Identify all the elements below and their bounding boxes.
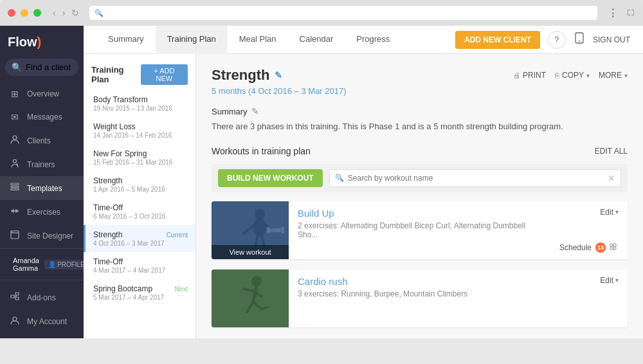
expand-icon[interactable] <box>626 8 635 17</box>
address-bar[interactable]: 🔍 <box>89 6 597 20</box>
tab-summary[interactable]: Summary <box>96 26 156 54</box>
device-icon[interactable] <box>574 32 585 47</box>
sidebar-item-trainers[interactable]: Trainers <box>0 152 84 176</box>
view-workout-overlay-build-up[interactable]: View workout <box>212 245 289 259</box>
search-workout[interactable]: 🔍 ✕ <box>329 169 621 187</box>
edit-dropdown-arrow: ▾ <box>615 208 619 215</box>
sidebar-item-label: Messages <box>27 113 62 122</box>
plan-item-time-off-1[interactable]: Time-Off 6 May 2016 – 3 Oct 2016 <box>84 198 195 225</box>
summary-label: Summary ✎ <box>212 106 628 116</box>
workout-actions-build-up: Edit ▾ Schedule 13 <box>550 201 628 259</box>
workout-edit-btn-build-up[interactable]: Edit ▾ <box>600 208 619 217</box>
print-btn[interactable]: 🖨 PRINT <box>513 71 546 80</box>
sidebar-item-my-account[interactable]: My Account <box>0 309 84 333</box>
workout-name-build-up[interactable]: Build Up <box>298 208 541 219</box>
add-new-plan-btn[interactable]: + ADD NEW <box>141 64 188 85</box>
search-workout-input[interactable] <box>348 174 604 183</box>
signout-btn[interactable]: SIGN OUT <box>593 35 630 44</box>
workout-info-build-up: Build Up 2 exercises: Alternating Dumbbe… <box>289 201 550 259</box>
schedule-badge-build-up: 13 <box>595 242 606 253</box>
svg-point-0 <box>13 136 17 140</box>
help-btn[interactable]: ? <box>548 31 566 49</box>
my-account-icon <box>9 316 21 327</box>
detail-actions: 🖨 PRINT ⎘ COPY ▾ MORE ▾ <box>513 71 628 80</box>
sidebar-item-messages[interactable]: ✉ Messages <box>0 105 84 129</box>
plan-item-strength-1[interactable]: Strength 1 Apr 2016 – 5 May 2016 <box>84 171 195 198</box>
workout-name-cardio-rush[interactable]: Cardio rush <box>298 276 582 287</box>
plan-item-new-for-spring[interactable]: New For Spring 15 Feb 2016 – 31 Mar 2016 <box>84 144 195 171</box>
nav-forward-btn[interactable]: › <box>62 8 66 18</box>
find-client-btn[interactable]: 🔍 Find a client <box>5 59 78 76</box>
print-icon: 🖨 <box>513 71 520 79</box>
nav-back-btn[interactable]: ‹ <box>53 8 56 18</box>
sidebar-item-site-designer[interactable]: Site Designer <box>0 224 84 248</box>
detail-dates: 5 months (4 Oct 2016 – 3 Mar 2017) <box>212 86 628 96</box>
sidebar-item-clients[interactable]: Clients <box>0 129 84 152</box>
copy-icon: ⎘ <box>555 71 559 79</box>
workout-thumbnail-cardio-rush <box>212 269 289 327</box>
workout-card-cardio-rush: Cardio rush 3 exercises: Running, Burpee… <box>212 269 628 327</box>
overview-icon: ⊞ <box>9 89 21 99</box>
plan-list-header: Training Plan + ADD NEW <box>84 59 195 90</box>
plan-item-time-off-2[interactable]: Time-Off 4 Mar 2017 – 4 Mar 2017 <box>84 252 195 279</box>
exercises-icon <box>9 206 21 217</box>
browser-dot-green[interactable] <box>33 9 41 17</box>
tab-training-plan[interactable]: Training Plan <box>156 26 228 54</box>
copy-btn[interactable]: ⎘ COPY ▾ <box>555 71 590 80</box>
plan-item-spring-bootcamp[interactable]: Spring Bootcamp Next 5 Mar 2017 – 4 Apr … <box>84 279 195 306</box>
tab-progress[interactable]: Progress <box>345 26 401 54</box>
browser-dot-yellow[interactable] <box>21 9 28 17</box>
sidebar-item-add-ons[interactable]: Add-ons <box>0 286 84 309</box>
sidebar-item-exercises[interactable]: Exercises <box>0 200 84 224</box>
summary-text: There are 3 phases in this training. Thi… <box>212 120 628 133</box>
add-new-client-btn[interactable]: ADD NEW CLIENT <box>455 31 540 49</box>
plan-list: Training Plan + ADD NEW Body Transform 1… <box>84 54 196 338</box>
svg-rect-4 <box>11 189 19 190</box>
svg-point-15 <box>579 41 580 42</box>
browser-dot-red[interactable] <box>8 9 15 17</box>
workouts-toolbar: BUILD NEW WORKOUT 🔍 ✕ <box>212 164 628 192</box>
sidebar-item-label: Trainers <box>27 160 55 169</box>
tab-meal-plan[interactable]: Meal Plan <box>228 26 288 54</box>
edit-all-btn[interactable]: EDIT ALL <box>595 147 628 156</box>
build-workout-btn[interactable]: BUILD NEW WORKOUT <box>218 169 323 187</box>
schedule-grid-icon <box>610 243 619 252</box>
summary-edit-icon[interactable]: ✎ <box>251 106 259 116</box>
sidebar-item-overview[interactable]: ⊞ Overview <box>0 82 84 105</box>
plan-list-title: Training Plan <box>91 65 141 84</box>
sidebar-logo: Flow) <box>0 26 84 59</box>
svg-point-1 <box>14 159 17 163</box>
messages-icon: ✉ <box>9 112 21 122</box>
svg-rect-10 <box>11 295 14 298</box>
sidebar-item-templates[interactable]: Templates <box>0 176 84 200</box>
templates-icon <box>9 183 21 194</box>
plan-item-strength-current[interactable]: Strength Current 4 Oct 2016 – 3 Mar 2017 <box>84 225 195 252</box>
sidebar-item-label: Site Designer <box>27 232 73 241</box>
trainers-icon <box>9 159 21 170</box>
sidebar-item-label: Add-ons <box>27 293 56 302</box>
summary-section: Summary ✎ There are 3 phases in this tra… <box>212 106 628 133</box>
plan-item-weight-loss[interactable]: Weight Loss 14 Jan 2016 – 14 Feb 2016 <box>84 117 195 144</box>
plan-item-body-transform[interactable]: Body Transform 19 Nov 2015 – 13 Jan 2016 <box>84 90 195 117</box>
logo-text: Flow) <box>8 35 41 50</box>
workouts-header: Workouts in training plan EDIT ALL <box>212 146 628 156</box>
browser-menu-btn[interactable]: ⋮ <box>608 7 619 19</box>
workout-edit-btn-cardio-rush[interactable]: Edit ▾ <box>600 276 619 285</box>
tab-calendar[interactable]: Calendar <box>288 26 345 54</box>
sidebar-item-label: Overview <box>27 89 59 98</box>
svg-rect-25 <box>281 227 284 233</box>
sidebar-item-label: Clients <box>27 136 51 145</box>
top-nav: Summary Training Plan Meal Plan Calendar… <box>84 26 643 54</box>
title-edit-icon[interactable]: ✎ <box>275 70 282 80</box>
workouts-title: Workouts in training plan <box>212 146 311 156</box>
search-clear-icon[interactable]: ✕ <box>608 173 615 183</box>
profile-btn[interactable]: 👤 PROFILE <box>44 260 89 269</box>
workout-schedule-build-up[interactable]: Schedule 13 <box>559 242 619 253</box>
nav-refresh-btn[interactable]: ↻ <box>71 8 79 18</box>
find-client-label: Find a client <box>26 62 71 72</box>
add-ons-icon <box>9 292 21 303</box>
content-area: Training Plan + ADD NEW Body Transform 1… <box>84 54 643 338</box>
more-btn[interactable]: MORE ▾ <box>599 71 628 80</box>
app-container: Flow) 🔍 Find a client ⊞ Overview ✉ Messa… <box>0 26 643 338</box>
svg-point-17 <box>255 209 265 219</box>
